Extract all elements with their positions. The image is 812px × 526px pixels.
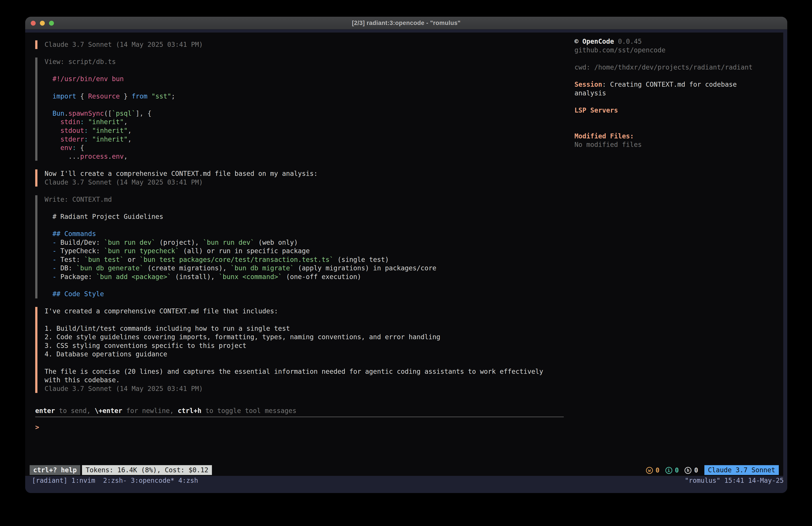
text-segment: [45, 359, 48, 367]
close-button[interactable]: [31, 21, 36, 26]
transcript-line: I've created a comprehensive CONTEXT.md …: [45, 307, 543, 316]
text-segment: to send,: [55, 407, 95, 415]
sidebar-line: No modified files: [575, 140, 753, 149]
prompt-input[interactable]: >: [35, 417, 564, 431]
text-segment: [88, 136, 92, 143]
tmux-window-item[interactable]: 2:zsh-: [95, 477, 127, 484]
text-segment: {: [76, 93, 88, 100]
text-segment: :: [84, 127, 88, 134]
window-titlebar[interactable]: [2/3] radiant:3:opencode - "romulus": [25, 17, 787, 29]
text-segment: [45, 84, 48, 91]
transcript-line: ...process.env,: [45, 152, 543, 161]
text-segment: :: [84, 136, 88, 143]
text-segment: View: script/db.ts: [45, 58, 116, 66]
model-badge[interactable]: Claude 3.7 Sonnet: [705, 465, 779, 475]
status-right: w0i0h0 Claude 3.7 Sonnet: [640, 465, 779, 475]
terminal-window: [2/3] radiant:3:opencode - "romulus" Cla…: [25, 17, 787, 493]
transcript-line: 1. Build/lint/test commands including ho…: [45, 324, 543, 333]
text-segment: .: [108, 153, 112, 160]
text-segment: Claude 3.7 Sonnet (14 May 2025 03:41 PM): [45, 179, 203, 186]
text-segment: `bun add <package>`: [96, 273, 171, 281]
transcript-line: [45, 281, 543, 290]
sidebar-line: [575, 54, 753, 63]
text-segment: Package:: [56, 273, 96, 281]
text-segment: {: [76, 144, 84, 152]
text-segment: Now I'll create a comprehensive CONTEXT.…: [45, 170, 318, 177]
sidebar-line: [575, 97, 753, 106]
text-segment: from: [132, 93, 147, 100]
status-bar: ctrl+? help Tokens: 16.4K (8%), Cost: $0…: [30, 465, 779, 475]
text-segment: ctrl+h: [178, 407, 201, 415]
text-segment: `bun test packages/core/test/transaction…: [140, 256, 333, 264]
text-segment: ,: [124, 118, 128, 126]
text-segment: import: [45, 93, 76, 100]
prompt-chevron: >: [35, 424, 39, 431]
text-segment: `bun run typecheck`: [104, 247, 179, 255]
text-segment: (web only): [254, 239, 298, 246]
transcript-line: - Build/Dev: `bun run dev` (project), `b…: [45, 238, 543, 247]
text-segment: DB:: [56, 264, 76, 272]
window-title: [2/3] radiant:3:opencode - "romulus": [352, 17, 461, 29]
text-segment: env: [45, 144, 72, 152]
sidebar-line: © OpenCode 0.0.45: [575, 37, 753, 46]
transcript-line: [45, 316, 543, 324]
text-segment: No modified files: [575, 141, 642, 148]
text-segment: # Radiant Project Guidelines: [45, 213, 163, 221]
scrollbar-track[interactable]: [783, 32, 787, 476]
text-segment: `psql`: [112, 110, 136, 117]
transcript-line: with this codebase.: [45, 376, 543, 384]
text-segment: Test:: [56, 256, 84, 264]
text-segment: : Creating CONTEXT.md for codebase: [602, 81, 737, 88]
text-segment: 3. CSS styling conventions specific to t…: [45, 342, 246, 350]
text-segment: ,: [124, 153, 128, 160]
diagnostic-w-count: w0: [646, 466, 659, 475]
transcript-line: # Radiant Project Guidelines: [45, 212, 543, 221]
tmux-window-item[interactable]: 1:nvim: [68, 477, 95, 484]
transcript-line: - TypeCheck: `bun run typecheck` (all) o…: [45, 247, 543, 255]
text-segment: [575, 98, 579, 105]
text-segment: © OpenCode: [575, 38, 614, 45]
text-segment: .: [64, 110, 69, 117]
diagnostics-counters: w0i0h0: [640, 465, 698, 475]
minimize-button[interactable]: [40, 21, 45, 26]
w-circle-icon: w: [646, 467, 653, 474]
tool-message: View: script/db.ts #!/usr/bin/env bun im…: [35, 57, 543, 161]
text-segment: ,: [128, 127, 132, 134]
sidebar-line: [575, 123, 753, 132]
text-segment: [45, 204, 48, 212]
i-circle-icon: i: [665, 467, 672, 474]
transcript-line: ## Commands: [45, 230, 543, 238]
text-segment: Bun: [45, 110, 64, 117]
transcript-line: ## Code Style: [45, 290, 543, 298]
text-segment: Write: CONTEXT.md: [45, 196, 112, 203]
text-segment: [45, 282, 48, 289]
sidebar-line: LSP Servers: [575, 106, 753, 115]
tokens-cost-badge: Tokens: 16.4K (8%), Cost: $0.12: [82, 465, 212, 475]
zoom-button[interactable]: [49, 21, 54, 26]
text-segment: ([: [104, 110, 112, 117]
transcript-line: - Package: `bun add <package>` (install)…: [45, 273, 543, 281]
keybind-hint: enter to send, \+enter for newline, ctrl…: [35, 407, 564, 415]
sidebar-line: [575, 72, 753, 80]
transcript-line: - Test: `bun test` or `bun test packages…: [45, 255, 543, 264]
help-shortcut-badge[interactable]: ctrl+? help: [30, 465, 80, 475]
text-segment: [147, 93, 151, 100]
transcript-line: stdout: "inherit",: [45, 126, 543, 135]
diagnostic-count: 0: [694, 466, 698, 475]
text-segment: `bun run dev`: [104, 239, 155, 246]
text-segment: ,: [128, 136, 132, 143]
text-segment: (single test): [334, 256, 389, 264]
sidebar-line: cwd: /home/thdxr/dev/projects/radiant/ra…: [575, 63, 753, 72]
tmux-status-inner: [radiant] 1:nvim 2:zsh- 3:opencode* 4:zs…: [25, 476, 787, 485]
tmux-window-item[interactable]: 4:zsh: [174, 477, 198, 484]
transcript-line: 3. CSS styling conventions specific to t…: [45, 341, 543, 350]
tmux-window-item[interactable]: 3:opencode*: [127, 477, 174, 484]
transcript-line: [45, 83, 543, 92]
transcript-line: import { Resource } from "sst";: [45, 92, 543, 101]
text-segment: [45, 101, 48, 109]
text-segment: LSP Servers: [575, 106, 618, 114]
text-segment: ], {: [136, 110, 151, 117]
text-segment: 1. Build/lint/test commands including ho…: [45, 325, 290, 332]
desktop: [2/3] radiant:3:opencode - "romulus" Cla…: [0, 0, 812, 526]
diagnostic-h-count: h0: [684, 466, 698, 475]
